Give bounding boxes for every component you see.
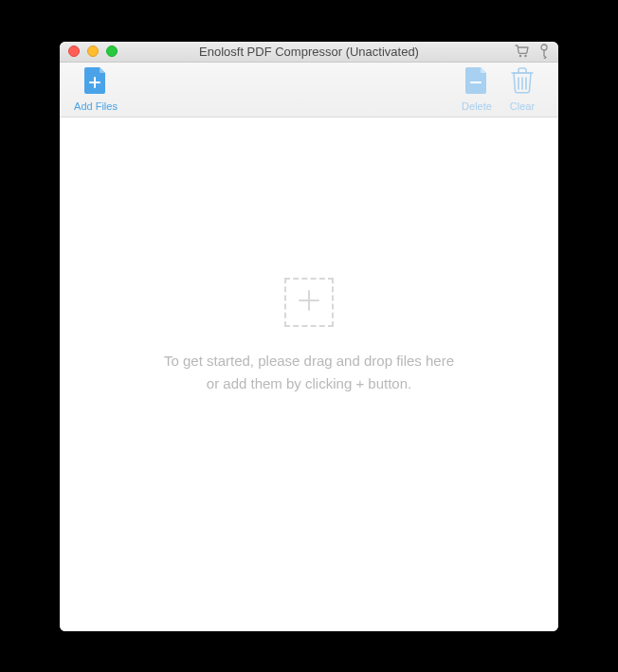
titlebar: Enolosft PDF Compressor (Unactivated) (60, 42, 558, 63)
window-title: Enolosft PDF Compressor (Unactivated) (60, 45, 558, 59)
add-files-button[interactable]: Add Files (73, 67, 118, 112)
plus-icon (296, 287, 322, 318)
add-file-icon (84, 67, 107, 98)
delete-file-icon (465, 67, 488, 98)
toolbar: Add Files Delete Clear (60, 63, 558, 118)
content-area[interactable]: To get started, please drag and drop fil… (60, 118, 558, 631)
cart-icon[interactable] (515, 45, 530, 58)
add-files-label: Add Files (74, 100, 118, 112)
app-window: Enolosft PDF Compressor (Unactivated) (60, 42, 558, 631)
trash-icon (511, 67, 534, 98)
svg-point-2 (541, 45, 547, 50)
traffic-lights (60, 45, 118, 57)
svg-point-1 (524, 55, 526, 57)
clear-button[interactable]: Clear (500, 67, 545, 112)
clear-label: Clear (510, 100, 535, 112)
key-icon[interactable] (539, 44, 549, 59)
maximize-window-button[interactable] (106, 45, 118, 57)
delete-label: Delete (462, 100, 492, 112)
hint-line-2: or add them by clicking + button. (164, 372, 454, 394)
hint-line-1: To get started, please drag and drop fil… (164, 350, 454, 372)
minimize-window-button[interactable] (87, 45, 99, 57)
empty-state-hint: To get started, please drag and drop fil… (164, 350, 454, 394)
titlebar-actions (515, 44, 558, 59)
close-window-button[interactable] (68, 45, 80, 57)
dropzone[interactable] (284, 278, 334, 327)
delete-button[interactable]: Delete (454, 67, 500, 112)
svg-point-0 (519, 55, 521, 57)
